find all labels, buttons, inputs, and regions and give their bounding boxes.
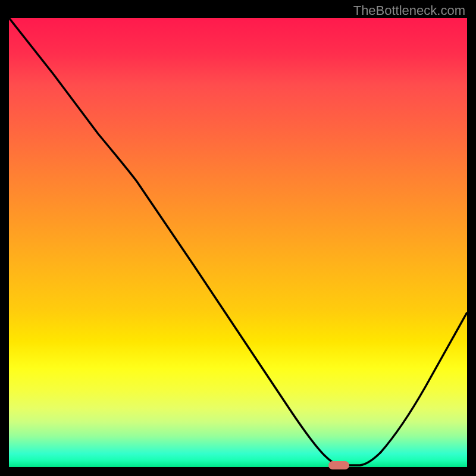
curve-plot bbox=[9, 18, 467, 467]
watermark-text: TheBottleneck.com bbox=[353, 3, 465, 18]
optimal-marker bbox=[328, 461, 349, 469]
chart-area bbox=[9, 18, 467, 467]
bottleneck-curve bbox=[9, 18, 467, 465]
